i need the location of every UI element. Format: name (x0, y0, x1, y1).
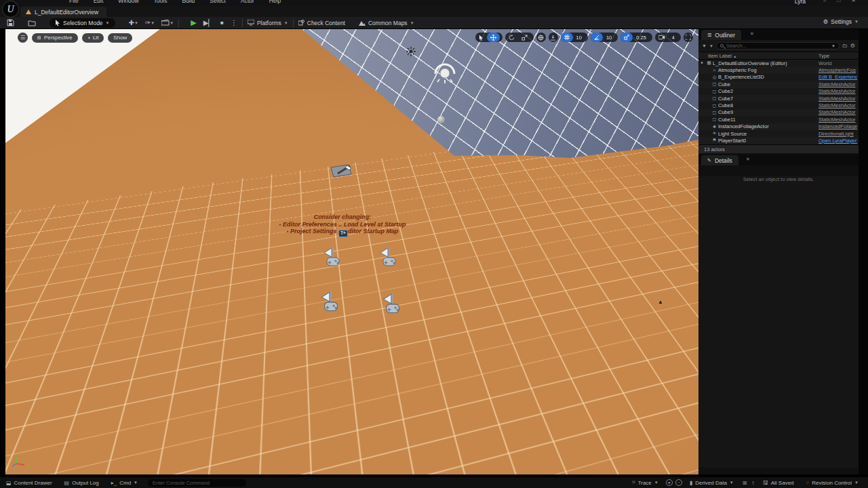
outliner-row[interactable]: ◻Cube9StaticMeshActor (698, 109, 859, 116)
grid-snap-control[interactable]: 10 (561, 33, 588, 42)
rotation-snap-value[interactable]: 10 (603, 35, 615, 41)
outliner-row[interactable]: ≈Atmospheric FogAtmosphericFog (698, 66, 859, 73)
menu-item-tools[interactable]: Tools (154, 0, 167, 4)
world-local-toggle-icon[interactable] (536, 33, 546, 42)
platforms-dropdown[interactable]: Platforms▼ (248, 20, 288, 26)
text-render-icon[interactable]: T+ (338, 230, 348, 237)
actor-type-link[interactable]: StaticMeshActor (818, 117, 857, 123)
content-drawer-button[interactable]: ⬓ Content Drawer (0, 477, 58, 488)
cmd-dropdown[interactable]: ▸_ Cmd▼ (105, 477, 144, 488)
console-command-input[interactable]: Enter Console Command (148, 479, 246, 487)
menu-item-help[interactable]: Help (269, 0, 281, 4)
expander-icon[interactable]: ▼ (698, 61, 705, 65)
column-item-label[interactable]: Item Label ▲ (708, 53, 736, 59)
rotation-snap-control[interactable]: 10 (591, 33, 618, 42)
notifications-icon[interactable]: ! (753, 480, 754, 486)
sphere-reflection-capture-icon[interactable] (437, 116, 445, 123)
actor-type-link[interactable]: Open LyraPlayerStart (818, 138, 857, 144)
perspective-dropdown[interactable]: ⊞ Perspective (32, 33, 78, 43)
maximize-viewport-icon[interactable] (684, 33, 693, 42)
actor-type-link[interactable]: Edit B_ExperienceList3D (818, 74, 857, 80)
camera-speed-control[interactable]: 4 (655, 33, 681, 42)
viewport-menu-icon[interactable]: ☰ (18, 33, 28, 43)
camera-speed-icon[interactable] (655, 33, 669, 42)
common-maps-dropdown[interactable]: Common Maps▼ (359, 20, 414, 26)
stop-button[interactable]: ■ (220, 20, 224, 26)
level-tab[interactable]: L_DefaultEditorOverview (20, 7, 106, 17)
camera-speed-value[interactable]: 4 (669, 35, 678, 41)
close-icon[interactable]: ✕ (750, 31, 754, 37)
trace-dropdown[interactable]: ⌗ Trace▼ (626, 479, 665, 486)
menu-item-actor[interactable]: Actor (241, 0, 254, 4)
minimize-button[interactable]: – (823, 0, 826, 3)
outliner-row[interactable]: ◻Cube11StaticMeshActor (698, 116, 859, 123)
rotation-snap-icon[interactable] (591, 33, 603, 42)
select-tool-icon[interactable] (475, 33, 487, 42)
transform-tools[interactable] (475, 33, 502, 42)
scale-snap-control[interactable]: 0.25 (620, 33, 652, 42)
outliner-settings-icon[interactable]: ⚙ (850, 43, 855, 49)
outliner-row[interactable]: ◻Cube7StaticMeshActor (698, 95, 859, 102)
outliner-row[interactable]: ◻Cube2StaticMeshActor (698, 88, 859, 95)
frame-skip-button[interactable]: ▶▏ (203, 20, 214, 26)
output-log-button[interactable]: ▤ Output Log (58, 477, 105, 488)
scale-tool-icon[interactable] (518, 33, 531, 42)
add-actor-icon[interactable]: ✚▼ (129, 20, 138, 26)
new-folder-icon[interactable]: 🗀 (842, 43, 848, 49)
check-content-button[interactable]: Check Content (298, 20, 345, 26)
insights-icon[interactable]: ● (666, 479, 673, 486)
player-start-icon[interactable] (322, 246, 342, 272)
filter-icon[interactable]: ▼ (702, 43, 707, 48)
player-start-icon[interactable] (319, 290, 340, 316)
memory-icon[interactable]: ⊞ (743, 480, 747, 486)
actor-type-link[interactable]: StaticMeshActor (818, 96, 857, 102)
settings-dropdown[interactable]: ⚙ Settings▼ (823, 18, 859, 25)
actor-type-link[interactable]: DirectionalLight (818, 131, 857, 137)
fps-indicator-icon[interactable]: ◔ (675, 479, 682, 486)
outliner-row[interactable]: ⚑PlayerStart0Open LyraPlayerStart (698, 137, 859, 144)
viewport-3d[interactable]: ☰ ⊞ Perspective ◑ Lit Show (5, 29, 698, 474)
grid-snap-value[interactable]: 10 (573, 35, 585, 41)
blueprints-icon[interactable]: ✑▼ (145, 20, 155, 26)
multiplayer-options-button[interactable]: ⋮ (231, 20, 237, 26)
actor-type-link[interactable]: StaticMeshActor (818, 109, 857, 115)
show-dropdown[interactable]: Show (108, 33, 132, 43)
sky-light-icon[interactable] (431, 59, 458, 83)
scale-snap-icon[interactable] (620, 33, 633, 42)
actor-type-link[interactable]: AtmosphericFog (818, 67, 857, 73)
actor-type-link[interactable]: StaticMeshActor (818, 102, 857, 108)
surface-snapping-icon[interactable] (549, 33, 558, 42)
actor-type-link[interactable]: StaticMeshActor (818, 81, 857, 87)
all-saved-button[interactable]: 🖫 All Saved (757, 480, 800, 486)
outliner-row[interactable]: ▼▦L_DefaultEditorOverview (Editor)World (698, 60, 859, 66)
grid-snap-icon[interactable] (561, 33, 573, 42)
actor-type-link[interactable]: StaticMeshActor (818, 88, 857, 94)
move-tool-icon[interactable] (487, 33, 500, 42)
outliner-row[interactable]: ◻Cube8StaticMeshActor (698, 102, 859, 108)
note-actor-icon[interactable] (330, 163, 355, 180)
play-button[interactable]: ▶ (191, 19, 196, 26)
outliner-row[interactable]: ◎B_ExperienceList3DEdit B_ExperienceList… (698, 74, 859, 81)
tab-details[interactable]: ✎ Details (701, 155, 738, 165)
player-start-icon[interactable] (378, 246, 399, 272)
rotate-tool-icon[interactable] (505, 33, 518, 42)
outliner-row[interactable]: ☀Light SourceDirectionalLight (698, 130, 859, 137)
player-start-icon[interactable] (381, 292, 401, 318)
selection-mode-dropdown[interactable]: Selection Mode▼ (50, 18, 115, 28)
rotate-scale-tools[interactable] (505, 33, 534, 42)
maximize-button[interactable]: □ (837, 0, 840, 3)
outliner-row[interactable]: ♣InstancedFoliageActorInstancedFoliageAc… (698, 123, 859, 130)
close-button[interactable]: ✕ (851, 0, 856, 3)
derived-data-dropdown[interactable]: ▮ Derived Data▼ (684, 480, 740, 486)
unreal-logo-icon[interactable]: U (2, 1, 19, 18)
cinematics-icon[interactable]: ▼ (161, 20, 174, 26)
close-icon[interactable]: ✕ (746, 157, 750, 162)
menu-item-select[interactable]: Select (210, 0, 226, 4)
menu-item-edit[interactable]: Edit (94, 0, 104, 4)
directional-light-icon[interactable] (406, 47, 416, 56)
column-type[interactable]: Type (818, 53, 829, 59)
lit-dropdown[interactable]: ◑ Lit (82, 33, 104, 43)
save-icon[interactable] (7, 19, 14, 26)
tab-outliner[interactable]: ☰ Outliner (701, 30, 741, 40)
menu-item-file[interactable]: File (69, 0, 79, 4)
